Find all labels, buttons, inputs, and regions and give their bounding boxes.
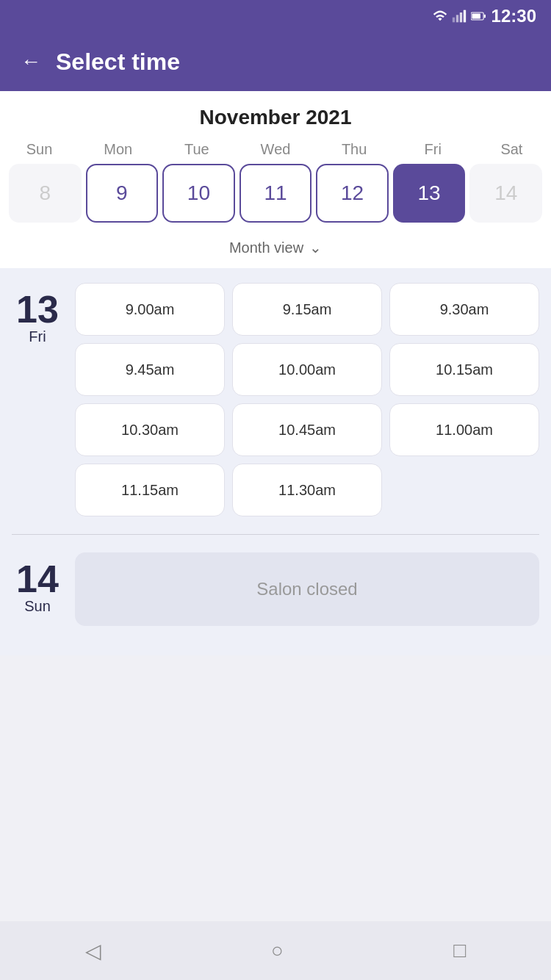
- slot-1015am[interactable]: 10.15am: [389, 343, 539, 396]
- signal-icon: [452, 9, 467, 24]
- cal-day-14[interactable]: 14: [469, 164, 542, 223]
- recents-nav-icon[interactable]: □: [453, 939, 466, 962]
- day-14-number: 14: [16, 560, 59, 598]
- month-view-label: Month view: [229, 239, 303, 256]
- slot-1000am[interactable]: 10.00am: [232, 343, 382, 396]
- slot-1045am[interactable]: 10.45am: [232, 403, 382, 456]
- section-divider: [12, 534, 539, 535]
- time-grid: 9.00am 9.15am 9.30am 9.45am 10.00am 10.1…: [75, 283, 539, 516]
- calendar-row: 8 9 10 11 12 13 14: [0, 164, 551, 231]
- slot-930am[interactable]: 9.30am: [389, 283, 539, 336]
- page-title: Select time: [56, 48, 180, 76]
- chevron-down-icon: ⌄: [309, 239, 322, 256]
- status-bar: 12:30: [0, 0, 551, 32]
- slot-1130am[interactable]: 11.30am: [232, 464, 382, 516]
- day-header-sun: Sun: [0, 141, 79, 158]
- day-header-thu: Thu: [315, 141, 394, 158]
- slot-1030am[interactable]: 10.30am: [75, 403, 225, 456]
- app-header: ← Select time: [0, 32, 551, 91]
- day-13-block: 13 Fri 9.00am 9.15am 9.30am 9.45am 10.00…: [12, 283, 539, 516]
- battery-icon: [471, 9, 486, 24]
- slot-1100am[interactable]: 11.00am: [389, 403, 539, 456]
- month-view-button[interactable]: Month view ⌄: [0, 231, 551, 268]
- slot-1115am[interactable]: 11.15am: [75, 464, 225, 516]
- day-headers: Sun Mon Tue Wed Thu Fri Sat: [0, 141, 551, 158]
- slot-945am[interactable]: 9.45am: [75, 343, 225, 396]
- cal-day-11[interactable]: 11: [240, 164, 312, 223]
- wifi-icon: [433, 9, 447, 24]
- svg-rect-3: [463, 10, 465, 23]
- status-time: 12:30: [491, 6, 536, 26]
- slot-915am[interactable]: 9.15am: [232, 283, 382, 336]
- day-14-name: Sun: [24, 598, 51, 615]
- month-year-title: November 2021: [0, 106, 551, 129]
- svg-rect-6: [472, 13, 480, 18]
- day-14-label: 14 Sun: [12, 552, 63, 626]
- cal-day-9[interactable]: 9: [86, 164, 159, 223]
- back-nav-icon[interactable]: ◁: [85, 939, 101, 963]
- salon-closed-message: Salon closed: [75, 552, 539, 626]
- cal-day-10[interactable]: 10: [162, 164, 235, 223]
- cal-day-13[interactable]: 13: [393, 164, 466, 223]
- slot-900am[interactable]: 9.00am: [75, 283, 225, 336]
- day-header-sat: Sat: [472, 141, 551, 158]
- bottom-navigation: ◁ ○ □: [0, 921, 551, 980]
- day-header-wed: Wed: [236, 141, 314, 158]
- day-13-number: 13: [16, 290, 59, 328]
- day-13-name: Fri: [29, 328, 46, 345]
- day-13-label: 13 Fri: [12, 283, 63, 516]
- back-button[interactable]: ←: [21, 51, 41, 72]
- cal-day-12[interactable]: 12: [316, 164, 389, 223]
- time-section: 13 Fri 9.00am 9.15am 9.30am 9.45am 10.00…: [0, 268, 551, 655]
- cal-day-8[interactable]: 8: [9, 164, 82, 223]
- svg-rect-1: [455, 15, 458, 22]
- day-header-fri: Fri: [394, 141, 472, 158]
- home-nav-icon[interactable]: ○: [271, 939, 284, 962]
- day-14-block: 14 Sun Salon closed: [12, 552, 539, 641]
- calendar-section: November 2021 Sun Mon Tue Wed Thu Fri Sa…: [0, 91, 551, 268]
- svg-rect-0: [452, 18, 454, 23]
- svg-rect-5: [483, 15, 485, 18]
- status-icons: [433, 9, 486, 24]
- svg-rect-2: [459, 12, 461, 22]
- day-header-tue: Tue: [157, 141, 236, 158]
- day-header-mon: Mon: [79, 141, 157, 158]
